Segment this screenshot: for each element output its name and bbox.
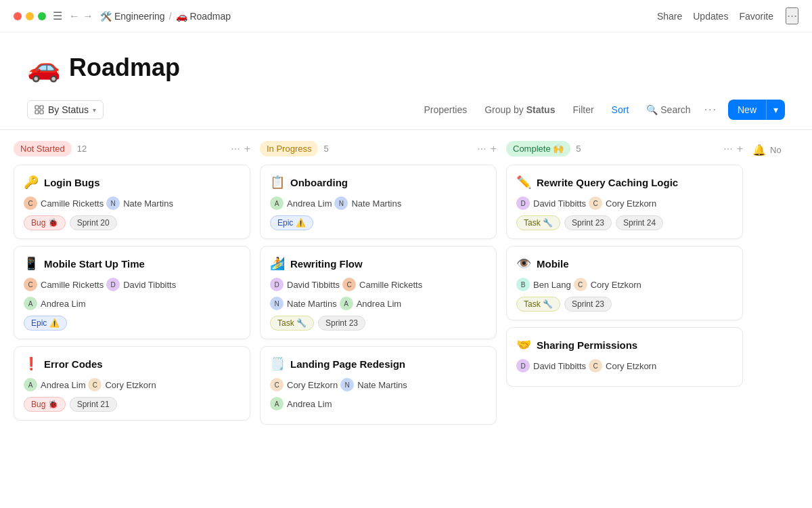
- new-button[interactable]: New ▾: [728, 100, 785, 120]
- column-header-complete: Complete 🙌5 ··· +: [506, 141, 743, 156]
- toolbar-center: Properties Group by Status Filter Sort 🔍…: [420, 102, 717, 118]
- assignee-name: Nate Martins: [287, 299, 337, 309]
- card-tags-not-started-0: Bug 🐞Sprint 20: [24, 215, 240, 230]
- hidden-badge: 🔔 No: [752, 144, 782, 156]
- assignee-row-in-progress-2-2: AAndrea Lim: [270, 397, 487, 410]
- assignee-name: Cory Etzkorn: [287, 380, 338, 390]
- tag-not-started-0-0[interactable]: Bug 🐞: [24, 215, 66, 230]
- updates-button[interactable]: Updates: [693, 11, 728, 22]
- assignee-name: David Tibbitts: [123, 280, 176, 290]
- sort-button[interactable]: Sort: [608, 102, 633, 118]
- tag-not-started-1-0[interactable]: Epic ⚠️: [24, 316, 67, 331]
- tag-not-started-0-1[interactable]: Sprint 20: [70, 215, 117, 230]
- column-add-complete[interactable]: +: [737, 143, 743, 155]
- svg-rect-1: [40, 106, 43, 109]
- card-tags-complete-1: Task 🔧Sprint 23: [516, 297, 733, 312]
- column-badge-complete: Complete 🙌: [506, 141, 570, 156]
- group-by-value: Status: [526, 104, 556, 115]
- breadcrumb-roadmap[interactable]: 🚗 Roadmap: [176, 11, 231, 22]
- assignee-in-progress-2-0: CCory Etzkorn: [270, 378, 338, 391]
- column-add-in-progress[interactable]: +: [491, 143, 497, 155]
- card-complete-0[interactable]: ✏️Rewrite Query Caching LogicDDavid Tibb…: [506, 165, 743, 239]
- card-title-row-complete-1: 👁️Mobile: [516, 256, 733, 271]
- card-title-row-in-progress-0: 📋Onboarding: [270, 175, 487, 190]
- toolbar-more-button[interactable]: ···: [704, 104, 717, 116]
- cards-list-complete: ✏️Rewrite Query Caching LogicDDavid Tibb…: [506, 165, 743, 387]
- search-button[interactable]: 🔍 Search: [642, 102, 694, 118]
- cards-list-in-progress: 📋OnboardingAAndrea LimNNate MartinsEpic …: [260, 165, 497, 425]
- tag-in-progress-0-0[interactable]: Epic ⚠️: [270, 215, 313, 230]
- tag-complete-1-1[interactable]: Sprint 23: [564, 297, 612, 312]
- assignee-name: Cory Etzkorn: [606, 361, 656, 371]
- card-not-started-2[interactable]: ❗Error CodesAAndrea LimCCory EtzkornBug …: [14, 346, 250, 421]
- assignee-name: David Tibbitts: [533, 198, 586, 209]
- toolbar-left: By Status ▾: [27, 100, 104, 119]
- card-complete-2[interactable]: 🤝Sharing PermissionsDDavid TibbittsCCory…: [506, 327, 743, 387]
- tag-complete-0-2[interactable]: Sprint 24: [616, 215, 663, 230]
- assignee-name: Camille Ricketts: [41, 198, 104, 209]
- card-title-row-not-started-0: 🔑Login Bugs: [24, 175, 240, 190]
- assignee-name: David Tibbitts: [533, 361, 586, 371]
- assignee-name: Camille Ricketts: [359, 280, 422, 290]
- assignee-in-progress-2-2: AAndrea Lim: [270, 397, 332, 410]
- more-menu-button[interactable]: ···: [786, 7, 798, 24]
- card-in-progress-1[interactable]: 🏄Rewriting FlowDDavid TibbittsCCamille R…: [260, 246, 497, 339]
- share-button[interactable]: Share: [657, 11, 682, 22]
- by-status-button[interactable]: By Status ▾: [27, 100, 104, 119]
- assignee-in-progress-1-0: DDavid Tibbitts: [270, 278, 340, 291]
- titlebar-right: Share Updates Favorite ···: [657, 7, 798, 24]
- assignee-name: Andrea Lim: [287, 198, 332, 209]
- tag-in-progress-1-1[interactable]: Sprint 23: [318, 316, 365, 331]
- card-emoji-not-started-0: 🔑: [24, 175, 39, 190]
- close-button[interactable]: [14, 12, 22, 20]
- filter-button[interactable]: Filter: [568, 102, 597, 118]
- tag-complete-0-1[interactable]: Sprint 23: [564, 215, 612, 230]
- column-header-not-started: Not Started12 ··· +: [14, 141, 250, 156]
- svg-rect-2: [35, 110, 39, 114]
- by-status-icon: [35, 105, 44, 114]
- avatar: D: [516, 359, 530, 373]
- assignee-complete-2-1: CCory Etzkorn: [589, 359, 656, 373]
- card-title-text-complete-2: Sharing Permissions: [537, 339, 637, 351]
- column-more-in-progress[interactable]: ···: [477, 143, 486, 155]
- group-by-button[interactable]: Group by Status: [480, 102, 559, 118]
- card-emoji-complete-1: 👁️: [516, 256, 531, 271]
- tag-not-started-2-1[interactable]: Sprint 21: [70, 397, 117, 412]
- column-more-not-started[interactable]: ···: [231, 143, 240, 155]
- minimize-button[interactable]: [26, 12, 34, 20]
- assignee-not-started-1-0: CCamille Ricketts: [24, 278, 104, 291]
- breadcrumb-engineering[interactable]: 🛠️ Engineering: [100, 11, 165, 22]
- svg-rect-3: [40, 110, 43, 114]
- avatar: A: [270, 397, 284, 410]
- assignee-name: Nate Martins: [123, 198, 173, 209]
- tag-not-started-2-0[interactable]: Bug 🐞: [24, 397, 66, 412]
- new-button-caret[interactable]: ▾: [766, 100, 785, 120]
- favorite-button[interactable]: Favorite: [739, 11, 773, 22]
- maximize-button[interactable]: [38, 12, 46, 20]
- hamburger-icon[interactable]: ☰: [53, 9, 62, 22]
- tag-in-progress-1-0[interactable]: Task 🔧: [270, 316, 314, 331]
- card-in-progress-2[interactable]: 🗒️Landing Page RedesignCCory EtzkornNNat…: [260, 346, 497, 425]
- cards-list-not-started: 🔑Login BugsCCamille RickettsNNate Martin…: [14, 165, 250, 421]
- chevron-down-icon: ▾: [93, 106, 96, 114]
- column-not-started: Not Started12 ··· + 🔑Login BugsCCamille …: [14, 141, 250, 501]
- back-button[interactable]: ←: [69, 10, 80, 22]
- forward-button[interactable]: →: [83, 10, 93, 22]
- properties-button[interactable]: Properties: [420, 102, 471, 118]
- avatar: B: [516, 278, 530, 291]
- column-more-complete[interactable]: ···: [723, 143, 732, 155]
- column-add-not-started[interactable]: +: [244, 143, 250, 155]
- card-title-text-complete-0: Rewrite Query Caching Logic: [537, 177, 678, 188]
- page-emoji: 🚗: [27, 51, 61, 83]
- card-complete-1[interactable]: 👁️MobileBBen LangCCory EtzkornTask 🔧Spri…: [506, 246, 743, 320]
- card-in-progress-0[interactable]: 📋OnboardingAAndrea LimNNate MartinsEpic …: [260, 165, 497, 239]
- titlebar-actions: Share Updates Favorite: [657, 11, 773, 22]
- tag-complete-0-0[interactable]: Task 🔧: [516, 215, 560, 230]
- avatar: C: [574, 278, 587, 291]
- assignee-not-started-0-0: CCamille Ricketts: [24, 196, 104, 210]
- card-not-started-0[interactable]: 🔑Login BugsCCamille RickettsNNate Martin…: [14, 165, 250, 239]
- card-emoji-complete-0: ✏️: [516, 175, 531, 190]
- tag-complete-1-0[interactable]: Task 🔧: [516, 297, 560, 312]
- card-not-started-1[interactable]: 📱Mobile Start Up TimeCCamille RickettsDD…: [14, 246, 250, 339]
- assignee-complete-1-0: BBen Lang: [516, 278, 571, 291]
